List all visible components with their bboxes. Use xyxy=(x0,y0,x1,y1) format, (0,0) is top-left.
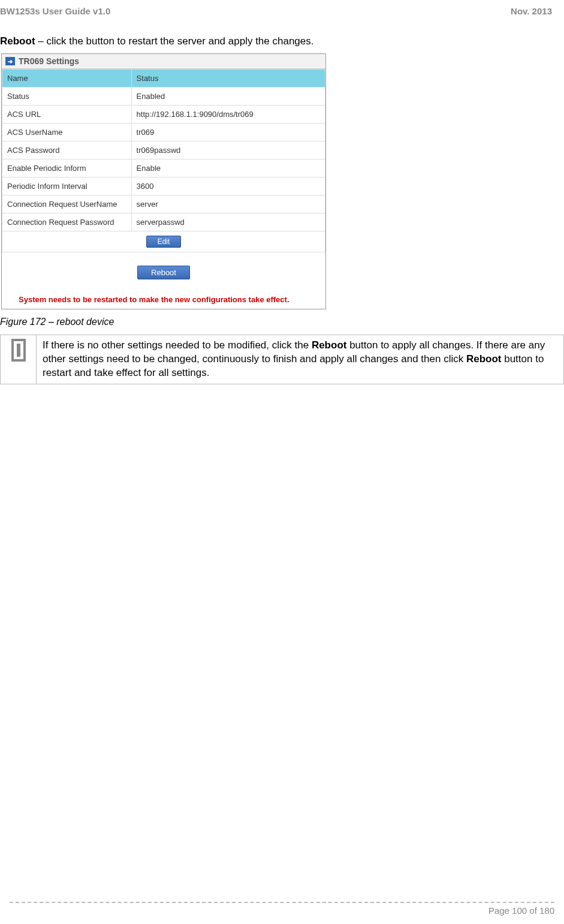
row-label: Enable Periodic Inform xyxy=(2,159,132,177)
panel-header: ➔ TR069 Settings xyxy=(2,54,325,69)
page-header: BW1253s User Guide v1.0 Nov. 2013 xyxy=(0,0,564,21)
row-value: Enable xyxy=(131,159,325,177)
col-status: Status xyxy=(131,70,325,88)
row-label: ACS Password xyxy=(2,142,132,159)
note-icon-cell xyxy=(1,335,37,384)
note-bold2: Reboot xyxy=(466,353,502,365)
row-value: http://192.168.1.1:9090/dms/tr069 xyxy=(131,106,325,124)
row-value: tr069 xyxy=(131,124,325,142)
restart-warning: System needs to be restarted to make the… xyxy=(2,290,325,309)
note-box: If there is no other settings needed to … xyxy=(0,335,564,384)
edit-row: Edit xyxy=(2,231,325,252)
note-bold1: Reboot xyxy=(312,339,347,351)
row-label: Status xyxy=(2,88,132,106)
row-value: tr069passwd xyxy=(131,142,325,159)
doc-date: Nov. 2013 xyxy=(511,6,552,16)
row-value: 3600 xyxy=(131,177,325,195)
doc-title: BW1253s User Guide v1.0 xyxy=(0,6,110,16)
figure-caption: Figure 172 – reboot device xyxy=(0,309,564,335)
reboot-button[interactable]: Reboot xyxy=(137,266,190,279)
table-row: ACS UserNametr069 xyxy=(2,124,325,142)
table-row: StatusEnabled xyxy=(2,88,325,106)
table-header-row: Name Status xyxy=(2,70,325,88)
reboot-rest: – click the button to restart the server… xyxy=(35,35,314,47)
table-row: Enable Periodic InformEnable xyxy=(2,159,325,177)
reboot-row: Reboot xyxy=(2,252,325,290)
panel-title: TR069 Settings xyxy=(19,56,79,66)
settings-table: Name Status StatusEnabled ACS URLhttp://… xyxy=(2,69,325,252)
page-content: Reboot – click the button to restart the… xyxy=(0,21,564,384)
row-value: server xyxy=(131,195,325,213)
row-label: ACS URL xyxy=(2,106,132,124)
page-footer: Page 100 of 180 xyxy=(10,902,554,916)
table-row: ACS Passwordtr069passwd xyxy=(2,142,325,159)
reboot-paragraph: Reboot – click the button to restart the… xyxy=(0,21,564,53)
row-label: Connection Request Password xyxy=(2,213,132,231)
arrow-right-icon: ➔ xyxy=(5,57,15,65)
table-row: Connection Request UserNameserver xyxy=(2,195,325,213)
reboot-word: Reboot xyxy=(0,35,35,47)
edit-button[interactable]: Edit xyxy=(146,236,182,248)
table-row: Connection Request Passwordserverpasswd xyxy=(2,213,325,231)
info-icon xyxy=(11,339,26,362)
row-label: Periodic Inform Interval xyxy=(2,177,132,195)
row-value: Enabled xyxy=(131,88,325,106)
note-part1: If there is no other settings needed to … xyxy=(43,339,312,351)
row-label: ACS UserName xyxy=(2,124,132,142)
note-text: If there is no other settings needed to … xyxy=(37,335,564,384)
page-number: Page 100 of 180 xyxy=(488,905,554,916)
table-row: Periodic Inform Interval3600 xyxy=(2,177,325,195)
tr069-screenshot: ➔ TR069 Settings Name Status StatusEnabl… xyxy=(1,53,326,309)
row-label: Connection Request UserName xyxy=(2,195,132,213)
col-name: Name xyxy=(2,70,132,88)
table-row: ACS URLhttp://192.168.1.1:9090/dms/tr069 xyxy=(2,106,325,124)
row-value: serverpasswd xyxy=(131,213,325,231)
